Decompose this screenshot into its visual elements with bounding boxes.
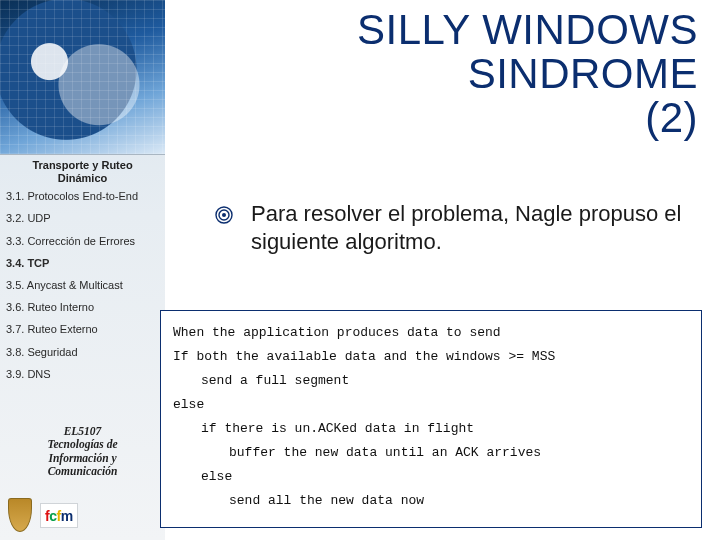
sidebar-item-3-9: 3.9. DNS bbox=[6, 368, 159, 381]
code-line: if there is un.ACKed data in flight bbox=[173, 417, 689, 441]
sidebar-header-l1: Transporte y Ruteo bbox=[32, 159, 132, 171]
code-line: send all the new data now bbox=[173, 489, 689, 513]
code-line: else bbox=[173, 465, 689, 489]
code-line: When the application produces data to se… bbox=[173, 321, 689, 345]
bullet: Para resolver el problema, Nagle propuso… bbox=[215, 200, 700, 255]
target-bullet-icon bbox=[215, 206, 233, 224]
sidebar-item-3-7: 3.7. Ruteo Externo bbox=[6, 323, 159, 336]
sidebar-item-3-6: 3.6. Ruteo Interno bbox=[6, 301, 159, 314]
slide-title: SILLY WINDOWS SINDROME (2) bbox=[165, 0, 720, 140]
sidebar-logos: fcfm bbox=[8, 498, 78, 532]
sidebar: Transporte y Ruteo Dinámico 3.1. Protoco… bbox=[0, 0, 165, 540]
course-title: EL5107 Tecnologías de Información y Comu… bbox=[0, 425, 165, 478]
shield-icon bbox=[8, 498, 32, 532]
code-line: else bbox=[173, 393, 689, 417]
bullet-text: Para resolver el problema, Nagle propuso… bbox=[251, 200, 700, 255]
sidebar-item-3-2: 3.2. UDP bbox=[6, 212, 159, 225]
title-line2: (2) bbox=[205, 96, 698, 140]
slide: Transporte y Ruteo Dinámico 3.1. Protoco… bbox=[0, 0, 720, 540]
sidebar-item-3-8: 3.8. Seguridad bbox=[6, 346, 159, 359]
sidebar-item-3-1: 3.1. Protocolos End-to-End bbox=[6, 190, 159, 203]
sidebar-item-3-4: 3.4. TCP bbox=[6, 257, 159, 270]
sidebar-item-3-5: 3.5. Anycast & Multicast bbox=[6, 279, 159, 292]
sidebar-header: Transporte y Ruteo Dinámico bbox=[6, 159, 159, 184]
code-line: send a full segment bbox=[173, 369, 689, 393]
title-line1: SILLY WINDOWS SINDROME bbox=[357, 6, 698, 97]
svg-point-2 bbox=[222, 213, 226, 217]
main-area: SILLY WINDOWS SINDROME (2) Para resolver… bbox=[165, 0, 720, 540]
algorithm-box: When the application produces data to se… bbox=[160, 310, 702, 528]
sidebar-item-3-3: 3.3. Corrección de Errores bbox=[6, 235, 159, 248]
code-line: If both the available data and the windo… bbox=[173, 345, 689, 369]
code-line: buffer the new data until an ACK arrives bbox=[173, 441, 689, 465]
sidebar-header-l2: Dinámico bbox=[58, 172, 108, 184]
fcfm-logo: fcfm bbox=[40, 503, 78, 528]
sidebar-list: Transporte y Ruteo Dinámico 3.1. Protoco… bbox=[0, 155, 165, 381]
globe-network-image bbox=[0, 0, 165, 155]
